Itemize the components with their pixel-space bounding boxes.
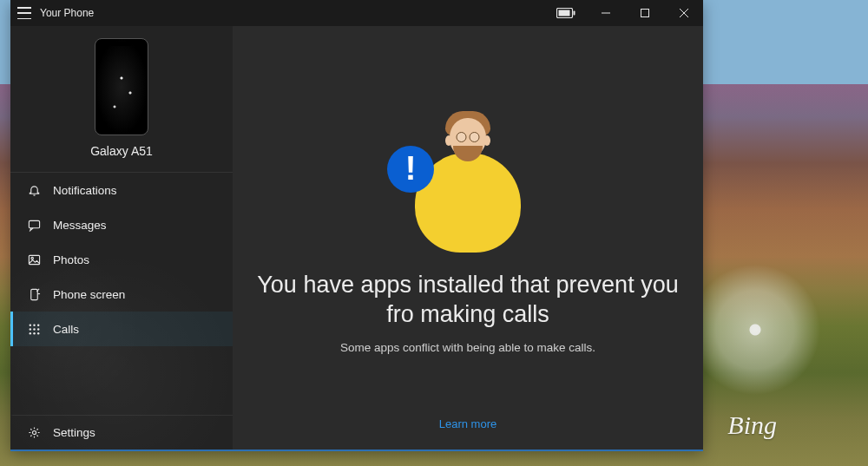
phone-preview[interactable]: Galaxy A51 [10,26,233,163]
minimize-button[interactable] [586,0,625,26]
svg-rect-2 [574,11,575,16]
nav-item-label: Notifications [53,184,117,197]
dialpad-icon [27,322,41,336]
phone-name: Galaxy A51 [90,144,153,158]
close-button[interactable] [664,0,703,26]
warning-illustration: ! [394,106,542,245]
svg-point-18 [36,328,38,330]
nav-item-label: Messages [53,219,107,232]
svg-point-15 [36,324,38,325]
svg-point-19 [29,331,30,333]
exclamation-icon: ! [387,146,434,193]
svg-point-17 [33,328,35,330]
svg-point-22 [32,430,36,434]
photos-icon [27,253,41,266]
nav: Notifications Messages [10,172,233,346]
nav-item-label: Photos [53,253,89,266]
svg-point-21 [36,331,38,333]
error-subtext: Some apps conflict with being able to ma… [340,341,595,354]
hamburger-icon[interactable] [17,7,31,19]
nav-item-label: Phone screen [53,288,125,301]
sidebar: Galaxy A51 Notifications [10,26,233,450]
nav-item-calls[interactable]: Calls [10,312,233,346]
gear-icon [27,426,41,440]
nav-item-label: Settings [53,426,95,439]
your-phone-window: Your Phone Galaxy A51 [10,0,703,451]
svg-rect-1 [559,10,570,16]
phone-screen-icon [27,287,41,301]
nav-item-settings[interactable]: Settings [10,415,233,450]
main-content: ! You have apps installed that prevent y… [233,26,703,450]
svg-point-20 [33,331,35,333]
window-title: Your Phone [40,7,94,19]
learn-more-link[interactable]: Learn more [439,417,496,430]
bing-logo: Bing [727,410,777,440]
svg-point-14 [33,324,35,325]
maximize-button[interactable] [625,0,664,26]
bell-icon [27,183,41,197]
nav-item-photos[interactable]: Photos [10,242,233,277]
message-icon [27,218,41,232]
svg-point-9 [30,257,32,259]
svg-point-16 [29,328,30,330]
svg-rect-8 [29,255,39,264]
phone-device-image [95,38,148,135]
nav-item-label: Calls [53,323,79,336]
svg-rect-4 [641,10,648,17]
nav-item-notifications[interactable]: Notifications [10,173,233,207]
nav-item-phone-screen[interactable]: Phone screen [10,277,233,312]
titlebar: Your Phone [10,0,703,26]
nav-item-messages[interactable]: Messages [10,207,233,242]
svg-rect-7 [29,220,39,227]
svg-point-13 [29,324,30,325]
battery-icon [556,8,586,18]
error-heading: You have apps installed that prevent you… [250,271,686,330]
